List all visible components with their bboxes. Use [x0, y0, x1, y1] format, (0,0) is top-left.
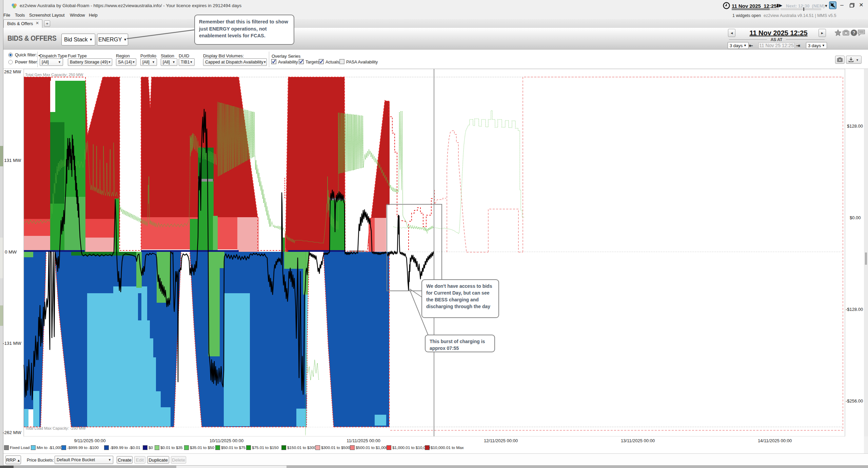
- svg-text:?: ?: [853, 30, 855, 35]
